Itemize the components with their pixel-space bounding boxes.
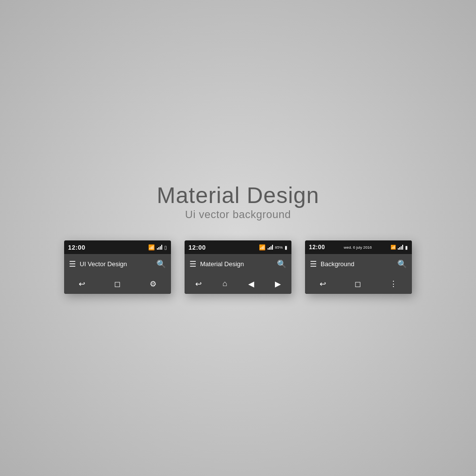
main-title: Material Design — [157, 182, 320, 208]
square-icon[interactable]: ◻ — [114, 279, 120, 289]
phone-2: 12:00 📶 85% ▮ ☰ Material Design 🔍 — [185, 240, 291, 294]
phone-3-app-bar: ☰ Background 🔍 — [305, 254, 412, 273]
phone-1-nav-bar: ↩ ◻ ⚙ — [64, 273, 171, 294]
menu-icon-2[interactable]: ☰ — [189, 259, 196, 269]
signal-bar-1 — [398, 248, 399, 250]
phone-2-status-bar: 12:00 📶 85% ▮ — [185, 240, 291, 254]
phone-1-app-title: UI Vector Design — [80, 260, 153, 268]
back-icon-3[interactable]: ↩ — [320, 279, 326, 289]
menu-icon-3[interactable]: ☰ — [310, 259, 317, 269]
back-icon-2[interactable]: ↩ — [195, 279, 202, 289]
battery-icon-3: ▮ — [405, 245, 408, 250]
signal-bar-3 — [401, 246, 402, 250]
phone-1: 12:00 📶 ▯ ☰ UI Vector Design 🔍 — [64, 240, 171, 294]
square-icon-3[interactable]: ◻ — [355, 279, 361, 289]
settings-icon[interactable]: ⚙ — [150, 279, 156, 289]
wifi-icon-3: 📶 — [391, 245, 396, 250]
phone-3-nav-bar: ↩ ◻ ⋮ — [305, 273, 412, 294]
wifi-icon: 📶 — [148, 244, 155, 251]
signal-bars-icon-3 — [398, 245, 403, 250]
signal-bar-4 — [161, 245, 162, 250]
phone-2-time: 12:00 — [188, 244, 206, 251]
phone-icon: ▯ — [164, 245, 167, 250]
signal-bar-3 — [160, 246, 161, 250]
phone-1-time: 12:00 — [68, 244, 85, 251]
phone-1-app-bar: ☰ UI Vector Design 🔍 — [64, 254, 171, 273]
phone-1-status-icons: 📶 ▯ — [148, 244, 167, 251]
phone-3-status-bar: 12:00 wed. 6 july 2016 📶 ▮ — [305, 240, 412, 254]
header-section: Material Design Ui vector background — [157, 182, 320, 221]
signal-bar-1 — [268, 248, 269, 250]
next-icon[interactable]: ▶ — [275, 279, 281, 289]
battery-icon: ▮ — [285, 245, 288, 250]
signal-bar-2 — [399, 247, 400, 250]
phone-1-status-bar: 12:00 📶 ▯ — [64, 240, 171, 254]
signal-bar-3 — [271, 246, 272, 250]
signal-bar-2 — [158, 247, 159, 250]
home-icon[interactable]: ⌂ — [222, 279, 227, 288]
phone-3-status-icons: 📶 ▮ — [391, 245, 408, 250]
phone-2-status-icons: 📶 85% ▮ — [259, 244, 288, 251]
signal-bar-4 — [402, 245, 403, 250]
wifi-icon-2: 📶 — [259, 244, 266, 251]
phone-3-app-title: Background — [321, 260, 393, 268]
sub-title: Ui vector background — [157, 208, 320, 221]
signal-bar-1 — [157, 248, 158, 250]
search-icon-2[interactable]: 🔍 — [277, 259, 287, 269]
prev-icon[interactable]: ◀ — [248, 279, 254, 289]
search-icon-3[interactable]: 🔍 — [397, 259, 407, 269]
phone-2-nav-bar: ↩ ⌂ ◀ ▶ — [185, 273, 291, 294]
search-icon[interactable]: 🔍 — [156, 259, 166, 269]
phones-container: 12:00 📶 ▯ ☰ UI Vector Design 🔍 — [64, 240, 412, 294]
signal-bar-2 — [269, 247, 270, 250]
battery-label: 85% — [275, 245, 283, 250]
phone-3: 12:00 wed. 6 july 2016 📶 ▮ ☰ Background … — [305, 240, 412, 294]
grid-icon[interactable]: ⋮ — [390, 279, 397, 289]
phone-2-app-bar: ☰ Material Design 🔍 — [185, 254, 291, 273]
signal-bars-icon — [157, 245, 162, 250]
signal-bar-4 — [272, 245, 273, 250]
phone-2-app-title: Material Design — [200, 260, 273, 268]
phone-3-date: wed. 6 july 2016 — [344, 245, 372, 250]
menu-icon[interactable]: ☰ — [69, 259, 76, 269]
phone-3-time: 12:00 — [309, 244, 325, 251]
signal-bars-icon-2 — [268, 245, 273, 250]
back-icon[interactable]: ↩ — [79, 279, 85, 289]
